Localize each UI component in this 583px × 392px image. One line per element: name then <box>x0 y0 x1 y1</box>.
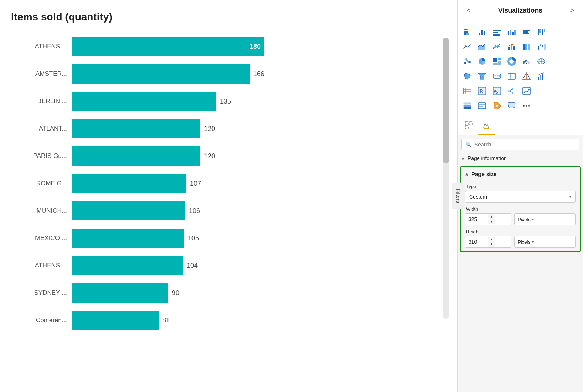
viz-icon-more[interactable] <box>520 99 533 112</box>
viz-icon-kpi[interactable] <box>535 70 548 83</box>
bar <box>72 283 168 303</box>
viz-icon-area-chart[interactable] <box>475 40 489 53</box>
width-unit-arrow: ▾ <box>532 217 534 222</box>
page-information-chevron: ∨ <box>461 156 465 161</box>
height-down-btn[interactable]: ▼ <box>488 242 495 247</box>
viz-icon-map-chart[interactable] <box>535 25 548 38</box>
viz-icon-waterfall[interactable] <box>535 40 548 53</box>
type-dropdown[interactable]: Custom ▾ <box>465 191 576 203</box>
viz-icon-card[interactable]: 123 <box>490 70 504 83</box>
svg-point-70 <box>512 92 513 94</box>
viz-icon-grouped-bar[interactable] <box>505 25 518 38</box>
viz-icon-stacked-bar-2[interactable] <box>490 25 504 38</box>
width-down-btn[interactable]: ▼ <box>488 219 495 224</box>
tab-field-wells[interactable] <box>461 118 478 135</box>
svg-rect-4 <box>466 33 469 35</box>
width-spinners: ▲ ▼ <box>488 214 495 224</box>
svg-point-68 <box>508 90 510 92</box>
bar-wrapper: 105 <box>72 229 431 248</box>
svg-point-35 <box>468 61 471 63</box>
bar-wrapper: 81 <box>72 311 431 330</box>
viz-icon-treemap[interactable] <box>490 55 504 68</box>
tab-format[interactable] <box>478 118 495 135</box>
svg-rect-57 <box>540 75 541 80</box>
svg-point-34 <box>466 60 468 62</box>
svg-point-69 <box>512 88 513 90</box>
svg-point-83 <box>526 105 527 107</box>
viz-icon-shape-map[interactable] <box>490 99 504 112</box>
viz-icon-r-visual[interactable]: R <box>475 84 489 98</box>
svg-rect-50 <box>508 73 515 79</box>
viz-icon-table[interactable] <box>505 70 518 83</box>
width-up-btn[interactable]: ▲ <box>488 214 495 219</box>
width-row: ▲ ▼ Pixels ▾ <box>465 213 576 225</box>
viz-icon-matrix[interactable] <box>461 84 474 98</box>
viz-icon-bar-line[interactable] <box>505 40 518 53</box>
icon-row-5: R Py <box>461 84 580 98</box>
svg-rect-1 <box>467 29 468 30</box>
bar: 180 <box>72 37 264 56</box>
viz-icon-ribbon-chart[interactable] <box>520 40 533 53</box>
search-input[interactable] <box>475 142 575 148</box>
viz-panel-title: Visualizations <box>498 7 543 14</box>
width-unit-dropdown[interactable]: Pixels ▾ <box>514 213 576 225</box>
height-input[interactable] <box>465 236 488 247</box>
filters-tab[interactable]: Filters <box>452 183 464 209</box>
bar-label: Conferen... <box>11 317 72 324</box>
width-number-field[interactable]: ▲ ▼ <box>465 213 511 225</box>
bar-wrapper: 135 <box>72 92 431 111</box>
viz-icon-filled-map[interactable] <box>461 70 474 83</box>
width-label: Width <box>466 206 575 212</box>
bar-wrapper: 120 <box>72 119 431 138</box>
viz-icon-slicer[interactable] <box>461 99 474 112</box>
svg-rect-10 <box>493 34 500 36</box>
viz-icon-donut[interactable] <box>505 55 518 68</box>
scrollbar-thumb[interactable] <box>443 38 449 163</box>
bar-label: MUNICH... <box>11 207 72 214</box>
svg-rect-38 <box>493 58 497 62</box>
viz-icon-scatter[interactable] <box>461 55 474 68</box>
viz-icon-smart-narrative[interactable] <box>505 99 518 112</box>
height-number-field[interactable]: ▲ ▼ <box>465 236 511 248</box>
svg-rect-9 <box>493 32 498 33</box>
height-up-btn[interactable]: ▲ <box>488 237 495 242</box>
bar-wrapper: 104 <box>72 256 431 275</box>
bar-row: PARIS Gu...120 <box>11 143 431 169</box>
viz-icon-funnel[interactable] <box>475 70 489 83</box>
svg-point-82 <box>523 105 525 107</box>
viz-icon-line-chart[interactable] <box>461 40 474 53</box>
viz-icon-line-chart-2[interactable] <box>490 40 504 53</box>
viz-icon-map[interactable] <box>535 55 548 68</box>
bar-label: ATHENS ... <box>11 43 72 50</box>
viz-icon-ai-insights[interactable] <box>520 84 533 98</box>
viz-icon-python-visual[interactable]: Py <box>490 84 504 98</box>
height-label: Height <box>466 229 575 234</box>
svg-point-36 <box>465 58 467 60</box>
viz-icon-text-box[interactable] <box>475 99 489 112</box>
viz-icon-bar-chart-3[interactable] <box>520 25 533 38</box>
page-size-header[interactable]: ∧ Page size <box>461 167 580 180</box>
bar-label: AMSTER... <box>11 70 72 78</box>
height-unit-dropdown[interactable]: Pixels ▾ <box>514 236 576 248</box>
bar-wrapper: 180 <box>72 37 431 56</box>
width-input[interactable] <box>465 214 488 225</box>
viz-icon-pie-chart[interactable] <box>475 55 489 68</box>
bar <box>72 256 183 275</box>
bar-row: MEXICO ...105 <box>11 226 431 251</box>
svg-point-43 <box>526 63 527 64</box>
viz-icon-decomp-tree[interactable] <box>505 84 518 98</box>
icon-row-1 <box>461 25 580 38</box>
svg-rect-58 <box>542 74 543 80</box>
nav-back-button[interactable]: < <box>464 5 474 16</box>
scrollbar[interactable] <box>443 38 449 319</box>
viz-icon-stacked-bar[interactable] <box>461 25 474 38</box>
svg-rect-28 <box>528 44 530 50</box>
nav-forward-button[interactable]: > <box>567 5 577 16</box>
search-box[interactable]: 🔍 <box>461 139 579 150</box>
viz-icon-gauge[interactable] <box>520 55 533 68</box>
page-information-header[interactable]: ∨ Page information <box>458 152 583 164</box>
bar-value-outside: 120 <box>200 152 215 160</box>
svg-rect-78 <box>478 103 486 109</box>
viz-icon-bar-chart[interactable] <box>475 25 489 38</box>
viz-icon-triangle[interactable] <box>520 70 533 83</box>
